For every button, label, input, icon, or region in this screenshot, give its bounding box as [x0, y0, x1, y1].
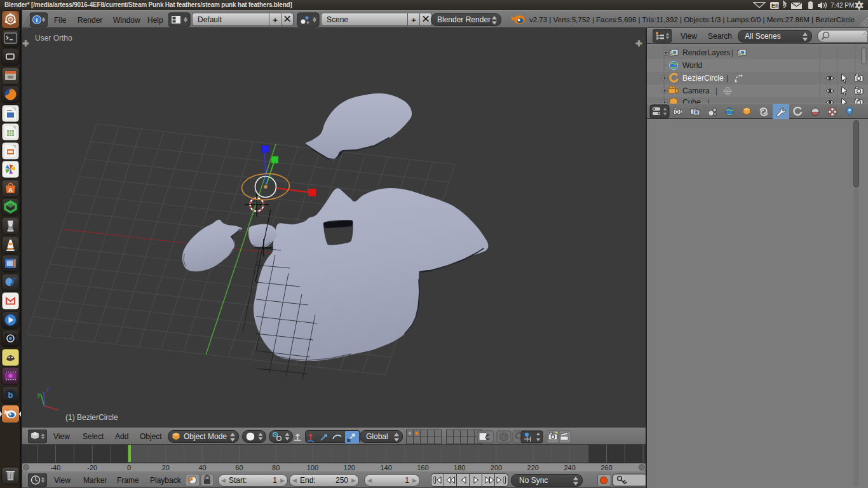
svg-text:Cube: Cube [682, 98, 701, 104]
svg-text:✚: ✚ [22, 39, 29, 48]
svg-text:Camera: Camera [682, 86, 710, 95]
svg-text:120: 120 [344, 464, 355, 471]
svg-text:180: 180 [454, 464, 465, 471]
svg-text:World: World [682, 61, 702, 70]
svg-text:A: A [8, 187, 13, 193]
svg-text:260: 260 [600, 464, 612, 471]
svg-text:z: z [46, 386, 50, 393]
svg-text:240: 240 [564, 464, 575, 471]
svg-text:|: | [715, 86, 717, 95]
svg-text:|: | [726, 74, 728, 83]
svg-text:140: 140 [380, 464, 391, 471]
svg-text:|: | [707, 98, 709, 104]
svg-text:|: | [731, 48, 733, 57]
svg-text:20: 20 [162, 464, 170, 471]
svg-text:y: y [37, 391, 41, 398]
svg-text:-20: -20 [87, 464, 97, 471]
svg-text:7:42 PM: 7:42 PM [831, 2, 854, 9]
svg-text:BezierCircle: BezierCircle [682, 74, 724, 83]
svg-text:100: 100 [307, 464, 318, 471]
svg-text:60: 60 [235, 464, 243, 471]
svg-text:200: 200 [491, 464, 502, 471]
svg-text:160: 160 [417, 464, 428, 471]
svg-text:En: En [771, 3, 779, 9]
svg-text:RenderLayers: RenderLayers [682, 48, 730, 57]
svg-text:b: b [8, 390, 13, 400]
svg-text:User Ortho: User Ortho [35, 34, 72, 43]
svg-text:-40: -40 [50, 464, 60, 471]
svg-text:40: 40 [198, 464, 206, 471]
svg-text:✚: ✚ [635, 39, 642, 48]
svg-text:0: 0 [127, 464, 131, 471]
svg-text:(1) BezierCircle: (1) BezierCircle [65, 413, 118, 422]
svg-text:i: i [36, 17, 37, 24]
svg-text:220: 220 [527, 464, 539, 471]
svg-text:80: 80 [272, 464, 280, 471]
